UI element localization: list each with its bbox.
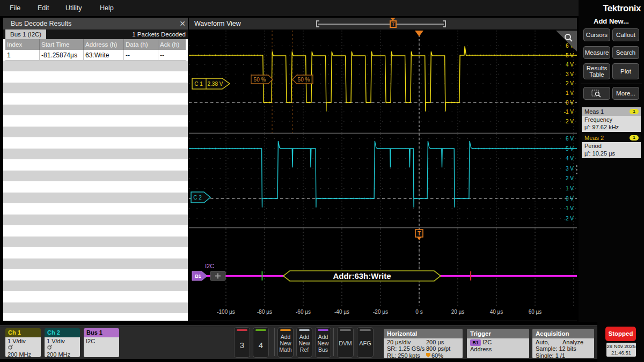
afg-button[interactable]: AFG [357, 327, 374, 358]
meas1-body: Frequency µ': 97.62 kHz [582, 116, 641, 132]
close-icon[interactable]: ✕ [177, 18, 188, 29]
col-ack: Ack (h) [158, 39, 186, 50]
cursors-button[interactable]: Cursors [583, 28, 610, 41]
add-new-bus-button[interactable]: Add New Bus [315, 327, 331, 358]
waveform-plot[interactable]: 6 V5 V4 V3 V2 V1 V0 V-1 V-2 V6 V5 V4 V3 … [189, 31, 577, 320]
table-row[interactable]: 1 -81.25874µs 63:Write -- -- [5, 50, 186, 61]
meas1-type: Frequency [584, 116, 641, 124]
position-row: 60% [426, 352, 443, 358]
callout-button[interactable]: Callout [612, 28, 639, 41]
ch2-badge[interactable]: Ch 2 1 V/div 200 MHz [45, 328, 80, 357]
trigger-indicator-triangle[interactable] [415, 31, 423, 36]
ch4-color-bar [255, 329, 266, 331]
bus1-settings: I2C [84, 337, 119, 357]
cell-data: -- [124, 50, 158, 61]
menu-file[interactable]: File [10, 4, 20, 12]
ch2-header: Ch 2 [45, 328, 80, 337]
horizontal-panel[interactable]: Horizontal 20 µs/div200 µs SR: 1.25 GS/s… [384, 329, 463, 358]
bus-decode-results-panel: Bus Decode Results ✕ Bus 1 (I2C) 1 Packe… [3, 18, 188, 321]
empty-table-rows [3, 61, 188, 321]
ch1-bandwidth: 200 MHz [8, 351, 41, 357]
meas2-body: Period µ': 10.25 µs [582, 142, 641, 158]
dvm-color-bar [340, 329, 351, 331]
menu-utility[interactable]: Utility [65, 4, 82, 12]
dvm-button[interactable]: DVM [337, 327, 354, 358]
resolution: 800 ps/pt [426, 345, 450, 352]
packets-decoded-label: 1 Packets Decoded [132, 29, 186, 39]
acq-analyze: Analyze [562, 339, 583, 345]
volt-tick-label: 1 V [566, 90, 574, 96]
datetime-display: 28 Nov 2025 21:46:51 [606, 343, 636, 357]
record-length: RL: 250 kpts [387, 352, 420, 358]
add-new-math-button[interactable]: Add New Math [277, 327, 294, 358]
acq-single: Single: 1 /1 [536, 352, 594, 358]
stopped-button[interactable]: Stopped [605, 327, 636, 341]
channel-4-button[interactable]: 4 [253, 327, 269, 358]
time-tick-label: -40 µs [334, 309, 349, 315]
trigger-level-a-label: 50 % [254, 77, 266, 83]
section-separator [189, 133, 577, 134]
meas2-header: Meas 2 1 [582, 134, 641, 142]
horizontal-title: Horizontal [384, 329, 463, 338]
horizontal-settings: 20 µs/div200 µs SR: 1.25 GS/s800 ps/pt R… [384, 338, 463, 358]
probe-icon [47, 344, 80, 351]
volt-tick-label: -2 V [564, 119, 574, 124]
horizontal-position-scrollbar[interactable]: T [316, 18, 446, 29]
menu-help[interactable]: Help [100, 4, 114, 12]
zoom-mode-button[interactable] [583, 87, 610, 100]
afg-color-bar [360, 329, 371, 331]
c1-badge-value: 2.38 V [208, 81, 223, 87]
scrollbar-left-bracket[interactable] [316, 20, 319, 27]
afg-label: AFG [357, 340, 373, 346]
ch1-scale: 1 V/div [8, 338, 41, 344]
cell-ack: -- [158, 50, 186, 61]
volt-tick-label: 6 V [566, 136, 574, 142]
ch1-settings: 1 V/div 200 MHz [5, 337, 41, 357]
trigger-title: Trigger [467, 329, 529, 338]
meas2-type: Period [584, 143, 641, 150]
results-table-button[interactable]: Results Table [583, 63, 610, 79]
sample-rate: SR: 1.25 GS/s [387, 345, 425, 352]
trigger-level-b-label: 50 % [298, 77, 310, 83]
cell-start-time: -81.25874µs [40, 50, 84, 61]
menu-edit[interactable]: Edit [38, 4, 49, 12]
trigger-settings: B1 I2C Address [467, 338, 529, 358]
trace-c1[interactable] [189, 46, 577, 111]
time-tick-label: -100 µs [217, 309, 235, 315]
col-index: Index [5, 39, 40, 50]
time-tick-label: -60 µs [296, 309, 311, 315]
ch3-color-bar [237, 329, 247, 331]
meas1-badge[interactable]: Meas 1 1 Frequency µ': 97.62 kHz [582, 107, 641, 132]
measure-button[interactable]: Measure [583, 46, 610, 59]
ch1-badge[interactable]: Ch 1 1 V/div 200 MHz [5, 328, 41, 357]
results-tab-row: Bus 1 (I2C) 1 Packets Decoded [3, 29, 188, 39]
position-pct: 60% [431, 352, 443, 358]
ch3-label: 3 [235, 341, 250, 350]
acquisition-panel[interactable]: Acquisition Auto,Analyze Sample: 12 bits… [532, 329, 594, 358]
plot-button[interactable]: Plot [612, 63, 639, 79]
more-button[interactable]: More... [612, 87, 639, 100]
volt-tick-label: 1 V [566, 186, 574, 191]
scrollbar-track [318, 24, 444, 25]
channel-3-button[interactable]: 3 [234, 327, 250, 358]
trigger-position-marker[interactable]: T [390, 20, 397, 28]
bus1-header: Bus 1 [84, 328, 119, 337]
trigger-panel[interactable]: Trigger B1 I2C Address [467, 329, 529, 358]
add-new-ref-button[interactable]: Add New Ref [296, 327, 312, 358]
volt-tick-label: 4 V [566, 62, 574, 68]
c2-badge-label: C 2 [193, 195, 202, 201]
tab-bus1-i2c[interactable]: Bus 1 (I2C) [5, 29, 46, 39]
acq-sample: Sample: 12 bits [536, 345, 594, 352]
volt-tick-label: 0 V [566, 196, 574, 202]
meas2-badge[interactable]: Meas 2 1 Period µ': 10.25 µs [582, 134, 641, 158]
trigger-marker-label: T [418, 231, 421, 237]
meas2-count-pill: 1 [630, 135, 639, 141]
ch4-label: 4 [253, 341, 268, 350]
volt-tick-label: -1 V [564, 109, 574, 115]
scrollbar-right-bracket[interactable] [443, 20, 446, 27]
bus1-badge[interactable]: Bus 1 I2C [84, 328, 119, 357]
search-button[interactable]: Search [612, 46, 639, 59]
time-tick-label: 20 µs [451, 309, 465, 315]
panel-splitter-handle[interactable] [576, 165, 578, 178]
trace-c2[interactable] [189, 141, 577, 208]
